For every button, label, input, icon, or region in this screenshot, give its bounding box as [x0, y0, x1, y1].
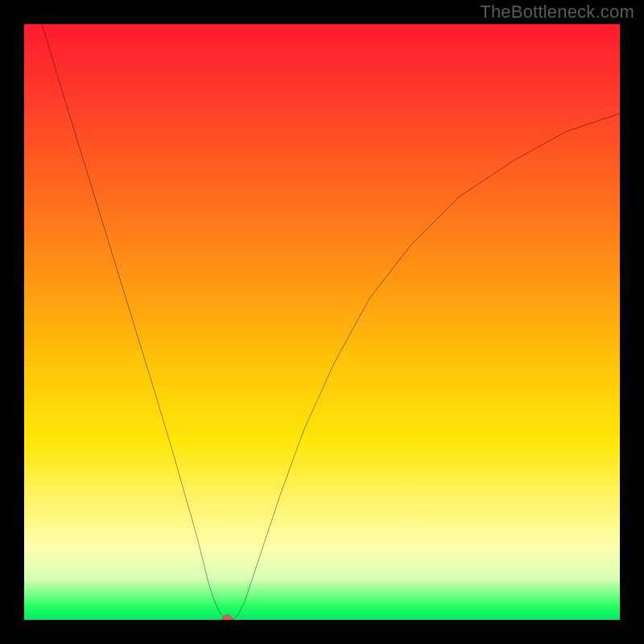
minimum-marker-dot: [221, 614, 233, 620]
bottleneck-curve: [42, 24, 620, 620]
plot-area: [24, 24, 620, 620]
chart-frame: TheBottleneck.com: [0, 0, 644, 644]
curve-svg: [24, 24, 620, 620]
watermark-text: TheBottleneck.com: [480, 2, 634, 23]
